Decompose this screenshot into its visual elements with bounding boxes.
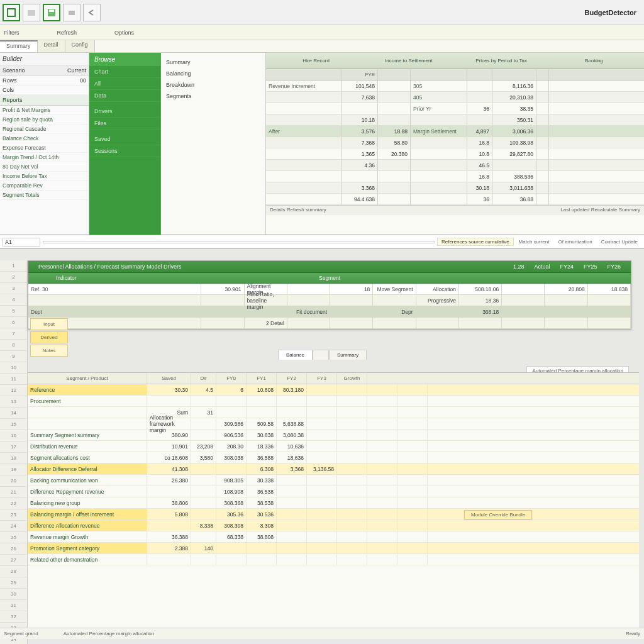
detail-row[interactable]: Reference30.304.5610.80880.3,180 bbox=[28, 384, 639, 396]
cell-label[interactable] bbox=[266, 194, 341, 204]
dc-num[interactable]: 308.308 bbox=[216, 520, 247, 531]
dc-num[interactable] bbox=[367, 407, 397, 418]
cell-c4[interactable]: Margin Settlement bbox=[411, 126, 467, 136]
sb-cell[interactable]: Fit document bbox=[287, 306, 330, 317]
dc-num[interactable] bbox=[247, 554, 277, 565]
cell-c6[interactable]: 36.88 bbox=[492, 194, 536, 204]
dc-num[interactable]: 10,636 bbox=[277, 441, 307, 452]
dc-num[interactable]: 18.336 bbox=[247, 441, 277, 452]
dc-num[interactable]: 305.36 bbox=[216, 509, 247, 519]
sb-cell[interactable] bbox=[201, 295, 244, 306]
sb-cell[interactable] bbox=[545, 306, 587, 317]
row-head[interactable]: 16 bbox=[0, 430, 28, 441]
dc-c[interactable] bbox=[191, 475, 216, 486]
dc-num[interactable]: 3,368 bbox=[277, 464, 307, 474]
link-2[interactable]: Regional Cascade bbox=[0, 125, 89, 134]
detail-row[interactable]: Procurement bbox=[28, 396, 639, 407]
dc-c[interactable] bbox=[191, 554, 216, 565]
dc-num[interactable] bbox=[337, 396, 367, 406]
dc-num[interactable]: 3,080.38 bbox=[277, 430, 307, 440]
ribbon-options[interactable]: Options bbox=[114, 30, 134, 36]
link-6[interactable]: 80 Day Net Vol bbox=[0, 162, 89, 172]
dc-num[interactable] bbox=[277, 554, 307, 565]
dc-b[interactable] bbox=[147, 396, 191, 406]
dc-num[interactable] bbox=[307, 430, 337, 440]
fx-tag-2[interactable]: Match current bbox=[515, 238, 553, 245]
cell-flag[interactable] bbox=[536, 114, 549, 125]
fx-tag-4[interactable]: Contract Update bbox=[597, 238, 641, 245]
data-table[interactable]: Revenue Increment101,5483058,116.367,638… bbox=[266, 80, 644, 205]
dc-num[interactable]: 30.838 bbox=[247, 430, 277, 440]
sb-cell[interactable] bbox=[545, 318, 587, 328]
row-head[interactable]: 28 bbox=[0, 566, 28, 577]
cell-c3[interactable]: 58.80 bbox=[378, 137, 411, 148]
sb-label[interactable] bbox=[28, 295, 201, 306]
dc-label[interactable]: Revenue margin Growth bbox=[28, 531, 147, 542]
dc-num[interactable] bbox=[307, 509, 337, 519]
tool-new-icon[interactable] bbox=[3, 4, 20, 21]
dc-num[interactable] bbox=[247, 407, 277, 418]
dc-label[interactable]: Summary Segment summary bbox=[28, 430, 147, 440]
sb-cell[interactable]: 30.901 bbox=[201, 284, 244, 294]
nav-all[interactable]: All bbox=[89, 78, 160, 90]
dc-label[interactable]: Allocator Difference Deferral bbox=[28, 464, 147, 474]
cell-c2[interactable] bbox=[341, 103, 378, 114]
cell-c5[interactable] bbox=[467, 114, 492, 125]
dc-num[interactable] bbox=[367, 531, 397, 542]
sb-cell[interactable] bbox=[373, 318, 416, 328]
dc-c[interactable]: 8.338 bbox=[191, 520, 216, 531]
dc-num[interactable]: 308.038 bbox=[216, 452, 247, 463]
cell-c5[interactable] bbox=[467, 80, 492, 91]
sb-cell[interactable] bbox=[330, 295, 373, 306]
name-box[interactable]: A1 bbox=[3, 238, 40, 247]
row-head[interactable]: 26 bbox=[0, 543, 28, 555]
sheet-tab-detail[interactable]: Detail bbox=[38, 40, 65, 52]
sheet-row[interactable]: DeptFit documentDepr368.18 bbox=[28, 306, 631, 318]
dc-num[interactable]: 30.536 bbox=[247, 509, 277, 519]
dc-num[interactable] bbox=[367, 475, 397, 486]
dc-num[interactable] bbox=[247, 543, 277, 553]
dc-num[interactable]: 309.586 bbox=[216, 418, 247, 429]
dc-c[interactable] bbox=[191, 497, 216, 508]
detail-row[interactable]: Sum31 bbox=[28, 407, 639, 418]
sb-cell[interactable] bbox=[588, 295, 631, 306]
row-head[interactable]: 27 bbox=[0, 555, 28, 566]
tool-save-icon[interactable] bbox=[43, 4, 60, 21]
row-head[interactable]: 15 bbox=[0, 419, 28, 430]
cell-c5[interactable]: 10.8 bbox=[467, 148, 492, 159]
fx-tag-3[interactable]: Of amortization bbox=[554, 238, 596, 245]
table-row[interactable]: 10.18350.31 bbox=[266, 114, 644, 126]
dc-c[interactable]: 31 bbox=[191, 407, 216, 418]
table-row[interactable]: 7,36858.8016.8109.38.98 bbox=[266, 137, 644, 148]
cell-label[interactable]: Revenue Increment bbox=[266, 80, 341, 91]
dc-b[interactable]: 2.388 bbox=[147, 543, 191, 553]
dc-num[interactable]: 5,638.88 bbox=[277, 418, 307, 429]
dc-label[interactable]: Distribution revenue bbox=[28, 441, 147, 452]
dc-num[interactable] bbox=[307, 396, 337, 406]
dc-label[interactable]: Procurement bbox=[28, 396, 147, 406]
dc-num[interactable]: 108.908 bbox=[216, 486, 247, 497]
nav-saved[interactable]: Saved bbox=[89, 133, 160, 145]
cell-flag[interactable] bbox=[536, 80, 549, 91]
dc-num[interactable] bbox=[397, 543, 428, 553]
cell-c4[interactable] bbox=[411, 148, 467, 159]
sb-cell[interactable] bbox=[201, 318, 244, 328]
cell-c5[interactable] bbox=[467, 92, 492, 103]
dc-num[interactable] bbox=[367, 520, 397, 531]
dc-num[interactable]: 6 bbox=[216, 384, 247, 395]
table-row[interactable]: 7,63840520,310.38 bbox=[266, 92, 644, 103]
dc-num[interactable] bbox=[277, 396, 307, 406]
cl-summary[interactable]: Summary bbox=[166, 57, 260, 68]
cell-c6[interactable]: 3,011.638 bbox=[492, 182, 536, 193]
cl-balancing[interactable]: Balancing bbox=[166, 68, 260, 79]
cell-c3[interactable] bbox=[378, 182, 411, 193]
dc-num[interactable] bbox=[397, 497, 428, 508]
dc-num[interactable]: 906.536 bbox=[216, 430, 247, 440]
dc-num[interactable] bbox=[277, 486, 307, 497]
cell-c2[interactable]: 7,368 bbox=[341, 137, 378, 148]
tool-print-icon[interactable] bbox=[63, 4, 80, 21]
detail-row[interactable]: Summary Segment summary380.90906.53630.8… bbox=[28, 430, 639, 441]
sb-cell[interactable] bbox=[373, 295, 416, 306]
dc-c[interactable]: 4.5 bbox=[191, 384, 216, 395]
dc-num[interactable] bbox=[337, 464, 367, 474]
